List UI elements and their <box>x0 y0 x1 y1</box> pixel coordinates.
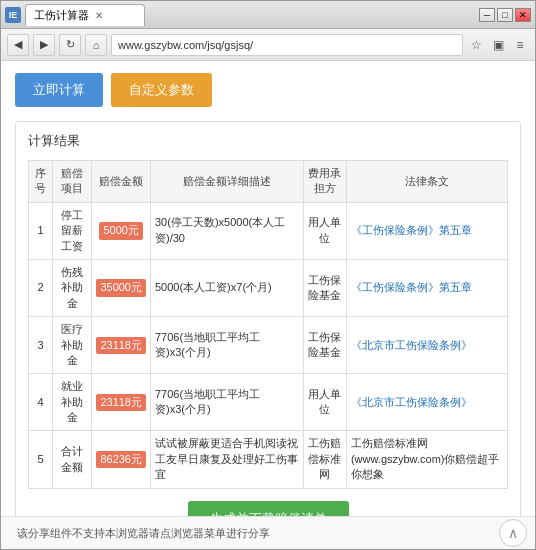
browser-logo: IE <box>5 7 21 23</box>
maximize-button[interactable]: □ <box>497 8 513 22</box>
result-table: 序号 赔偿项目 赔偿金额 赔偿金额详细描述 费用承担方 法律条文 1停工留薪工资… <box>28 160 508 489</box>
refresh-button[interactable]: ↻ <box>59 34 81 56</box>
cell-item: 停工留薪工资 <box>52 202 92 259</box>
result-section: 计算结果 序号 赔偿项目 赔偿金额 赔偿金额详细描述 费用承担方 法律条文 1停… <box>15 121 521 516</box>
law-link[interactable]: 《北京市工伤保险条例》 <box>351 339 472 351</box>
tab-close-icon[interactable]: ✕ <box>95 10 103 21</box>
cell-seq: 4 <box>29 374 53 431</box>
cell-seq: 3 <box>29 317 53 374</box>
action-buttons: 立即计算 自定义参数 <box>15 73 521 107</box>
cell-item: 就业补助金 <box>52 374 92 431</box>
title-bar: IE 工伤计算器 ✕ ─ □ ✕ <box>1 1 535 29</box>
cell-bearer: 用人单位 <box>303 374 346 431</box>
cell-bearer: 工伤赔偿标准网 <box>303 431 346 488</box>
scroll-to-top-button[interactable]: ∧ <box>499 519 527 547</box>
status-bar-text: 该分享组件不支持本浏览器请点浏览器菜单进行分享 <box>9 526 499 541</box>
cell-amount: 23118元 <box>92 317 151 374</box>
star-icon[interactable]: ☆ <box>467 36 485 54</box>
cell-amount: 5000元 <box>92 202 151 259</box>
col-header-law: 法律条文 <box>346 161 507 203</box>
browser-window: IE 工伤计算器 ✕ ─ □ ✕ ◀ ▶ ↻ ⌂ www.gszybw.com/… <box>0 0 536 550</box>
cell-law: 《工伤保险条例》第五章 <box>346 259 507 316</box>
browser-tab[interactable]: 工伤计算器 ✕ <box>25 4 145 26</box>
col-header-bearer: 费用承担方 <box>303 161 346 203</box>
law-link[interactable]: 《北京市工伤保险条例》 <box>351 396 472 408</box>
cell-item: 伤残补助金 <box>52 259 92 316</box>
law-link[interactable]: 《工伤保险条例》第五章 <box>351 224 472 236</box>
cell-amount: 86236元 <box>92 431 151 488</box>
calculate-button[interactable]: 立即计算 <box>15 73 103 107</box>
table-row: 1停工留薪工资5000元30(停工天数)x5000(本人工资)/30用人单位《工… <box>29 202 508 259</box>
page-content: 立即计算 自定义参数 计算结果 序号 赔偿项目 赔偿金额 赔偿金额详细描述 费用… <box>1 61 535 516</box>
close-button[interactable]: ✕ <box>515 8 531 22</box>
cell-amount: 35000元 <box>92 259 151 316</box>
cell-law: 《北京市工伤保险条例》 <box>346 374 507 431</box>
address-bar[interactable]: www.gszybw.com/jsq/gsjsq/ <box>111 34 463 56</box>
cell-item: 合计金额 <box>52 431 92 488</box>
address-text: www.gszybw.com/jsq/gsjsq/ <box>118 39 253 51</box>
browser-toolbar: ◀ ▶ ↻ ⌂ www.gszybw.com/jsq/gsjsq/ ☆ ▣ ≡ <box>1 29 535 61</box>
bottom-area: 该分享组件不支持本浏览器请点浏览器菜单进行分享 ∧ <box>1 516 535 549</box>
cell-description: 试试被屏蔽更适合手机阅读祝工友早日康复及处理好工伤事宜 <box>150 431 303 488</box>
generate-button[interactable]: 生成并下载赔偿清单 <box>188 501 349 516</box>
table-row: 5合计金额86236元试试被屏蔽更适合手机阅读祝工友早日康复及处理好工伤事宜工伤… <box>29 431 508 488</box>
cell-bearer: 工伤保险基金 <box>303 259 346 316</box>
col-header-seq: 序号 <box>29 161 53 203</box>
cell-bearer: 工伤保险基金 <box>303 317 346 374</box>
cell-seq: 2 <box>29 259 53 316</box>
custom-params-button[interactable]: 自定义参数 <box>111 73 212 107</box>
tab-bar: 工伤计算器 ✕ <box>25 4 475 26</box>
toolbar-icons: ☆ ▣ ≡ <box>467 36 529 54</box>
cell-seq: 5 <box>29 431 53 488</box>
table-row: 2伤残补助金35000元5000(本人工资)x7(个月)工伤保险基金《工伤保险条… <box>29 259 508 316</box>
forward-button[interactable]: ▶ <box>33 34 55 56</box>
menu-icon[interactable]: ≡ <box>511 36 529 54</box>
table-row: 4就业补助金23118元7706(当地职工平均工资)x3(个月)用人单位《北京市… <box>29 374 508 431</box>
col-header-desc: 赔偿金额详细描述 <box>150 161 303 203</box>
tab-label: 工伤计算器 <box>34 8 89 23</box>
window-controls: ─ □ ✕ <box>479 8 531 22</box>
cell-description: 7706(当地职工平均工资)x3(个月) <box>150 317 303 374</box>
cell-amount: 23118元 <box>92 374 151 431</box>
cell-law: 《工伤保险条例》第五章 <box>346 202 507 259</box>
cell-description: 7706(当地职工平均工资)x3(个月) <box>150 374 303 431</box>
cell-bearer: 用人单位 <box>303 202 346 259</box>
col-header-amount: 赔偿金额 <box>92 161 151 203</box>
cell-seq: 1 <box>29 202 53 259</box>
cell-item: 医疗补助金 <box>52 317 92 374</box>
table-row: 3医疗补助金23118元7706(当地职工平均工资)x3(个月)工伤保险基金《北… <box>29 317 508 374</box>
cell-description: 5000(本人工资)x7(个月) <box>150 259 303 316</box>
back-button[interactable]: ◀ <box>7 34 29 56</box>
result-title: 计算结果 <box>28 132 508 150</box>
cell-description: 30(停工天数)x5000(本人工资)/30 <box>150 202 303 259</box>
minimize-button[interactable]: ─ <box>479 8 495 22</box>
cell-law: 《北京市工伤保险条例》 <box>346 317 507 374</box>
reader-icon[interactable]: ▣ <box>489 36 507 54</box>
home-button[interactable]: ⌂ <box>85 34 107 56</box>
cell-law: 工伤赔偿标准网(www.gszybw.com)你赔偿超乎你想象 <box>346 431 507 488</box>
col-header-item: 赔偿项目 <box>52 161 92 203</box>
law-link[interactable]: 《工伤保险条例》第五章 <box>351 281 472 293</box>
